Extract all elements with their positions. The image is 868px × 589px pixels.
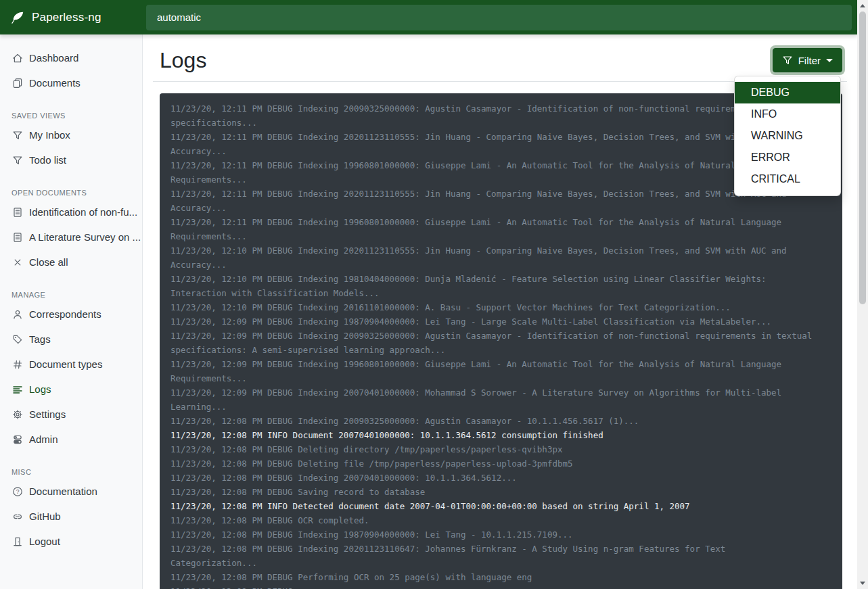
door-icon xyxy=(12,536,23,547)
sidebar-item-label: GitHub xyxy=(29,511,61,522)
link-icon xyxy=(12,511,23,522)
svg-text:?: ? xyxy=(16,488,20,495)
sidebar-item-admin[interactable]: Admin xyxy=(0,427,142,452)
sidebar-heading-misc: MISC xyxy=(0,465,142,479)
sidebar-item-close-all[interactable]: Close all xyxy=(0,250,142,275)
log-line: 11/23/20, 12:08 PM DEBUG Indexing 200903… xyxy=(170,414,831,428)
hash-icon xyxy=(12,359,23,370)
filter-button[interactable]: Filter xyxy=(773,48,842,72)
toggles-icon xyxy=(12,434,23,445)
log-line: 11/23/20, 12:11 PM DEBUG Indexing 199608… xyxy=(170,215,831,229)
sidebar-heading-saved-views: SAVED VIEWS xyxy=(0,109,142,122)
sidebar-item-label: Document types xyxy=(29,358,102,370)
scrollbar-up-arrow-icon[interactable] xyxy=(860,4,865,7)
log-line: 11/23/20, 12:09 PM DEBUG Indexing 200903… xyxy=(170,329,831,343)
log-line: 11/23/20, 12:08 PM DEBUG Indexing 200704… xyxy=(170,471,831,485)
house-icon xyxy=(12,53,23,64)
log-line: specifications... xyxy=(170,116,831,130)
sidebar-item-logs[interactable]: Logs xyxy=(0,377,142,402)
log-line: 11/23/20, 12:08 PM DEBUG Indexing 198709… xyxy=(170,527,831,542)
sidebar-item-document-types[interactable]: Document types xyxy=(0,352,142,377)
log-line: 11/23/20, 12:11 PM DEBUG Indexing 200903… xyxy=(170,101,831,116)
sidebar-heading-manage: MANAGE xyxy=(0,288,142,302)
scrollbar-down-arrow-icon[interactable] xyxy=(860,582,865,585)
search-input[interactable] xyxy=(146,5,852,30)
log-line: 11/23/20, 12:11 PM DEBUG Indexing 199608… xyxy=(170,158,831,172)
gear-icon xyxy=(12,409,23,420)
sidebar-item-settings[interactable]: Settings xyxy=(0,402,142,427)
log-line: 11/23/20, 12:08 PM INFO Document 2007040… xyxy=(170,428,831,442)
log-line: 11/23/20, 12:11 PM DEBUG Indexing 202011… xyxy=(170,130,831,144)
chevron-down-icon xyxy=(826,59,833,62)
log-line: 11/23/20, 12:08 PM DEBUG Saving record t… xyxy=(170,485,831,499)
log-line: Interaction with Classification Models..… xyxy=(170,286,831,300)
sidebar-item-label: A Literature Survey on ... xyxy=(29,231,141,243)
filter-button-label: Filter xyxy=(798,55,821,66)
filter-option-error[interactable]: ERROR xyxy=(735,147,840,168)
funnel-icon xyxy=(782,55,793,66)
list-icon xyxy=(12,384,23,395)
log-line: 11/23/20, 12:10 PM DEBUG Indexing 198104… xyxy=(170,272,831,286)
sidebar-item-github[interactable]: GitHub xyxy=(0,504,142,529)
sidebar-item-label: Logs xyxy=(29,383,51,395)
funnel-icon xyxy=(12,155,23,166)
log-line: 11/23/20, 12:09 PM DEBUG Indexing 198709… xyxy=(170,314,831,329)
log-line: Accuracy... xyxy=(170,258,831,272)
log-line: Categorization... xyxy=(170,556,831,570)
top-navbar: Paperless-ng xyxy=(0,0,857,34)
log-line: Requirements... xyxy=(170,229,831,243)
log-line: 11/23/20, 12:10 PM DEBUG Indexing 202011… xyxy=(170,243,831,258)
sidebar-item-label: Admin xyxy=(29,433,58,445)
scrollbar-thumb[interactable] xyxy=(859,11,866,304)
sidebar-item-label: Dashboard xyxy=(29,52,78,64)
sidebar-item-logout[interactable]: Logout xyxy=(0,529,142,554)
sidebar-heading-open-documents: OPEN DOCUMENTS xyxy=(0,186,142,199)
sidebar-item-label: Todo list xyxy=(29,154,66,166)
funnel-icon xyxy=(12,130,23,141)
filter-dropdown-menu: DEBUGINFOWARNINGERRORCRITICAL xyxy=(734,76,841,196)
filter-option-warning[interactable]: WARNING xyxy=(735,125,840,147)
log-line: 11/23/20, 12:10 PM DEBUG Indexing 201611… xyxy=(170,300,831,314)
sidebar-item-documents[interactable]: Documents xyxy=(0,70,142,95)
log-line: 11/23/20, 12:09 PM DEBUG Indexing 199608… xyxy=(170,357,831,371)
close-icon xyxy=(12,257,23,268)
sidebar-item-label: Documents xyxy=(29,77,81,89)
sidebar-item-tags[interactable]: Tags xyxy=(0,327,142,352)
log-line: Accuracy... xyxy=(170,144,831,158)
log-line: 11/23/20, 12:08 PM DEBUG Performing OCR … xyxy=(170,570,831,584)
app-brand[interactable]: Paperless-ng xyxy=(0,10,146,25)
filter-option-info[interactable]: INFO xyxy=(735,103,840,125)
sidebar-item-correspondents[interactable]: Correspondents xyxy=(0,302,142,327)
page-scrollbar[interactable] xyxy=(857,0,868,589)
page-title: Logs xyxy=(160,47,206,74)
sidebar-item-a-literature-survey-on[interactable]: A Literature Survey on ... xyxy=(0,225,142,250)
log-line: 11/23/20, 12:08 PM DEBUG Indexing 202011… xyxy=(170,542,831,556)
log-line: Requirements... xyxy=(170,371,831,385)
sidebar-item-label: Settings xyxy=(29,408,66,420)
tag-icon xyxy=(12,334,23,345)
sidebar: DashboardDocumentsSAVED VIEWSMy InboxTod… xyxy=(0,34,143,589)
documents-icon xyxy=(12,78,23,89)
question-circle-icon: ? xyxy=(12,486,23,497)
sidebar-item-label: Identification of non-fu... xyxy=(29,206,137,218)
sidebar-item-todo-list[interactable]: Todo list xyxy=(0,147,142,172)
sidebar-item-label: Correspondents xyxy=(29,308,101,320)
sidebar-item-documentation[interactable]: ?Documentation xyxy=(0,479,142,504)
person-icon xyxy=(12,309,23,320)
sidebar-item-dashboard[interactable]: Dashboard xyxy=(0,45,142,70)
log-line: 11/23/20, 12:08 PM DEBUG OCR completed. xyxy=(170,513,831,527)
log-line: Accuracy... xyxy=(170,201,831,215)
log-line: 11/23/20, 12:11 PM DEBUG Indexing 202011… xyxy=(170,187,831,201)
sidebar-item-identification-of-non-fu[interactable]: Identification of non-fu... xyxy=(0,199,142,225)
filter-option-debug[interactable]: DEBUG xyxy=(735,82,840,103)
file-text-icon xyxy=(12,232,23,243)
file-text-icon xyxy=(12,207,23,218)
app-title: Paperless-ng xyxy=(32,11,101,24)
leaf-logo-icon xyxy=(10,10,25,25)
sidebar-item-label: Tags xyxy=(29,333,51,345)
filter-option-critical[interactable]: CRITICAL xyxy=(735,168,840,190)
sidebar-item-my-inbox[interactable]: My Inbox xyxy=(0,122,142,147)
log-line: 11/23/20, 12:08 PM DEBUG Deleting direct… xyxy=(170,442,831,456)
sidebar-item-label: Close all xyxy=(29,256,68,268)
log-line: Requirements... xyxy=(170,172,831,187)
